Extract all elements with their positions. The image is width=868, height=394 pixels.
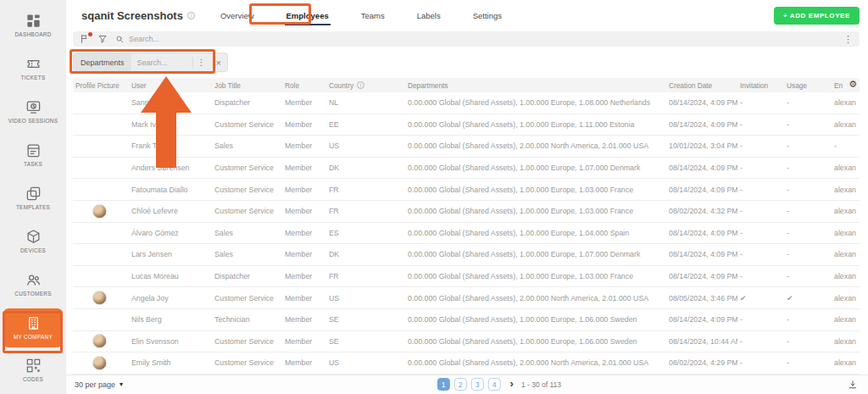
search-field [115, 35, 836, 44]
en-cell: alexan [832, 272, 860, 280]
table-row[interactable]: Sanne Jensen Dispatcher Member NL 0.00.0… [73, 92, 860, 114]
col-job-title[interactable]: Job Title [212, 81, 282, 90]
tab-bar: Overview Employees Teams Labels Settings [219, 0, 504, 31]
table-row[interactable]: Nils Berg Technician Member SE 0.00.000 … [73, 309, 860, 331]
table-row[interactable]: Elin Svensson Customer Service Member SE… [73, 331, 860, 353]
column-settings-gear-icon[interactable]: ⚙ [849, 79, 857, 90]
col-departments[interactable]: Departments [405, 81, 666, 90]
tab-settings[interactable]: Settings [471, 6, 504, 25]
tab-teams[interactable]: Teams [359, 6, 387, 25]
job-title-cell: Technician [212, 315, 282, 324]
sidebar-item-customers[interactable]: CUSTOMERS [3, 264, 63, 307]
role-cell: Member [282, 229, 326, 237]
usage-cell: - [784, 250, 832, 258]
invitation-cell: - [737, 315, 784, 324]
job-title-cell: Customer Service [212, 186, 282, 194]
table-row[interactable]: Frank Tank Sales Member US 0.00.000 Glob… [73, 136, 860, 158]
col-invitation[interactable]: Invitation [737, 81, 784, 90]
tab-overview[interactable]: Overview [219, 6, 256, 25]
creation-date-cell: 10/01/2024, 3:04 PM [666, 142, 737, 150]
en-cell: alexan [832, 229, 860, 237]
page-button-3[interactable]: 3 [471, 378, 484, 391]
profile-picture-cell [73, 139, 129, 153]
col-country[interactable]: Countryi [326, 81, 405, 90]
sidebar-item-label: DEVICES [20, 247, 46, 254]
search-input[interactable] [129, 35, 298, 43]
flag-icon[interactable] [80, 34, 90, 44]
sidebar-item-templates[interactable]: TEMPLATES [3, 177, 63, 220]
tab-labels[interactable]: Labels [415, 6, 442, 25]
tasks-icon [25, 142, 42, 158]
dashboard-icon [25, 13, 42, 29]
table-row[interactable]: Emily Smith Customer Service Member US 0… [73, 352, 860, 375]
usage-cell: - [784, 358, 832, 367]
download-icon[interactable] [848, 380, 858, 390]
per-page-select[interactable]: 30 per page ▾ [75, 380, 123, 389]
en-cell: alexan [832, 98, 860, 107]
table-row[interactable]: Angela Joy Customer Service Member US 0.… [73, 287, 860, 309]
table-row[interactable]: Lars Jensen Sales Member DK 0.00.000 Glo… [73, 244, 860, 266]
col-usage[interactable]: Usage [784, 81, 832, 90]
col-role[interactable]: Role [282, 81, 326, 90]
en-cell: - [832, 142, 860, 150]
table-row[interactable]: Fatoumata Diallo Customer Service Member… [73, 179, 860, 201]
page-button-1[interactable]: 1 [437, 378, 450, 391]
user-cell: Angela Joy [129, 294, 212, 302]
role-cell: Member [282, 358, 326, 367]
per-page-label: 30 per page [75, 380, 115, 389]
country-cell: FR [326, 207, 405, 215]
my-company-icon [25, 315, 42, 331]
job-title-cell: Sales [212, 229, 282, 237]
avatar [92, 204, 107, 219]
job-title-cell: Customer Service [212, 337, 282, 346]
creation-date-cell: 08/14/2024, 10:44 AM [666, 337, 737, 346]
creation-date-cell: 08/14/2024, 4:09 PM [666, 164, 737, 172]
table-row[interactable]: Álvaro Gómez Sales Member ES 0.00.000 Gl… [73, 223, 860, 245]
departments-cell: 0.00.000 Global (Shared Assets), 1.00.00… [405, 272, 666, 280]
next-page-icon[interactable]: › [510, 377, 514, 390]
invitation-cell: - [737, 358, 784, 367]
tab-employees[interactable]: Employees [285, 6, 331, 25]
filter-kebab-icon[interactable]: ⋮ [192, 57, 210, 68]
add-employee-button[interactable]: + ADD EMPLOYEE [774, 7, 860, 25]
job-title-cell: Customer Service [212, 358, 282, 367]
title-info-icon[interactable]: i [187, 12, 195, 19]
sidebar-item-label: MY COMPANY [14, 334, 53, 341]
table-row[interactable]: Lucas Moreau Dispatcher Member FR 0.00.0… [73, 266, 860, 288]
avatar [92, 356, 107, 370]
page-button-4[interactable]: 4 [488, 378, 501, 391]
departments-cell: 0.00.000 Global (Shared Assets), 1.00.00… [405, 120, 666, 129]
invitation-cell: - [737, 164, 784, 172]
filter-icon[interactable] [97, 34, 108, 44]
avatar [92, 334, 107, 348]
sidebar-item-video-sessions[interactable]: VIDEO SESSIONS [3, 91, 63, 134]
sidebar-item-tasks[interactable]: TASKS [3, 134, 63, 177]
usage-cell: - [784, 229, 832, 237]
user-cell: Lars Jensen [129, 250, 212, 258]
filter-close-icon[interactable]: × [210, 58, 227, 68]
sidebar-item-codes[interactable]: CODES [3, 349, 63, 392]
sidebar-item-dashboard[interactable]: DASHBOARD [3, 4, 63, 47]
page-button-2[interactable]: 2 [454, 378, 467, 391]
search-toolbar: ⋮ [73, 31, 860, 47]
usage-cell: - [784, 315, 832, 324]
col-profile-picture[interactable]: Profile Picture [73, 81, 129, 90]
department-filter-search-input[interactable] [131, 58, 192, 67]
invitation-cell: ✔ [737, 294, 784, 302]
country-info-icon[interactable]: i [357, 81, 364, 89]
country-cell: ES [326, 229, 405, 237]
profile-picture-cell [73, 117, 129, 131]
profile-picture-cell [73, 247, 129, 262]
country-cell: SE [326, 315, 405, 324]
sidebar-item-devices[interactable]: DEVICES [3, 220, 63, 264]
col-user[interactable]: User [129, 81, 212, 90]
col-creation-date[interactable]: Creation Date [666, 81, 737, 90]
table-row[interactable]: Chloé Lefevre Customer Service Member FR… [73, 201, 860, 223]
sidebar-item-my-company[interactable]: MY COMPANY [3, 308, 63, 347]
table-row[interactable]: Mark Ivanov Customer Service Member EE 0… [73, 114, 860, 136]
toolbar-kebab-icon[interactable]: ⋮ [843, 35, 853, 44]
table-row[interactable]: Anders Sørensen Customer Service Member … [73, 158, 860, 180]
role-cell: Member [282, 207, 326, 215]
job-title-cell: Customer Service [212, 294, 282, 302]
sidebar-item-tickets[interactable]: TICKETS [3, 47, 63, 91]
